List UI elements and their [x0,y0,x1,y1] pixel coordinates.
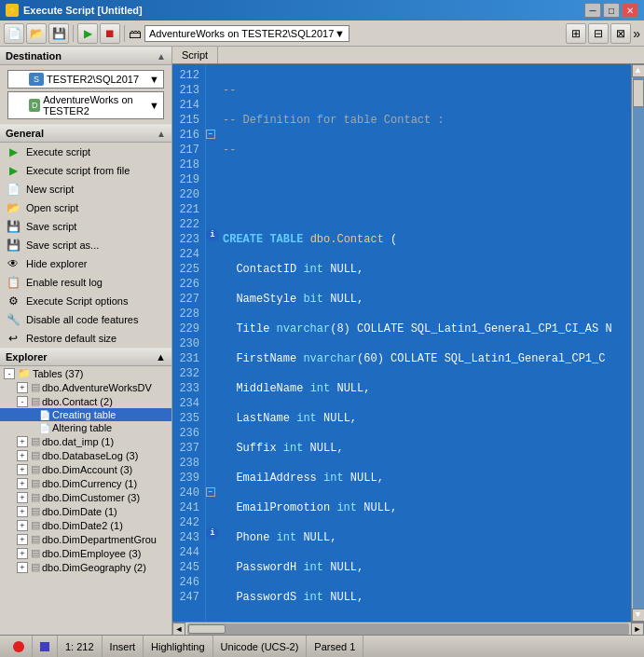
db-selector-dropdown[interactable]: AdventureWorks on TESTER2\SQL2017 ▼ [144,25,349,42]
expand-icon-2[interactable]: − [206,487,215,497]
scroll-track[interactable] [633,77,644,609]
save-button[interactable]: 💾 [48,23,69,44]
script-tab[interactable]: Script [172,47,218,63]
tree-item-dimcurrency[interactable]: + ▤ dbo.DimCurrency (1) [0,476,171,490]
close-button[interactable]: ✕ [622,3,638,18]
tree-item-dimemployee[interactable]: + ▤ dbo.DimEmployee (3) [0,546,171,560]
execute-from-file-item[interactable]: ▶ Execute script from file [0,161,171,180]
scroll-right-button[interactable]: ► [631,623,644,636]
scroll-down-button[interactable]: ▼ [632,609,645,622]
dimdate2-expand[interactable]: + [17,520,28,531]
table-icon-dimcurrency: ▤ [31,477,40,489]
hide-explorer-item[interactable]: 👁 Hide explorer [0,254,171,273]
open-button[interactable]: 📂 [26,23,47,44]
save-script-as-item[interactable]: 💾 Save script as... [0,236,171,254]
separator-1 [73,25,74,42]
line-226: EmailPromotion int NULL, [223,500,625,515]
enable-result-log-item[interactable]: 📋 Enable result log [0,273,171,292]
line-225: EmailAddress int NULL, [223,471,625,486]
code-content[interactable]: -- -- Definition for table Contact : -- … [206,64,631,622]
tree-item-dimdept[interactable]: + ▤ dbo.DimDepartmentGrou [0,532,171,546]
dimaccount-expand[interactable]: + [17,464,28,475]
status-record-button[interactable] [6,636,33,657]
save-script-item[interactable]: 💾 Save script [0,217,171,236]
tree-item-creating-table[interactable]: 📄 Creating table [0,408,171,421]
aw-expand[interactable]: + [17,382,28,393]
line-212: -- [223,83,625,98]
open-script-item[interactable]: 📂 Open script [0,198,171,217]
execute-button[interactable]: ▶ [77,23,98,44]
minimize-button[interactable]: ─ [584,3,601,18]
server-dropdown[interactable]: S TESTER2\SQL2017 ▼ [7,70,164,89]
tree-item-dimgeo[interactable]: + ▤ dbo.DimGeography (2) [0,560,171,574]
scroll-up-button[interactable]: ▲ [632,64,645,77]
encoding-value: Unicode (UCS-2) [221,641,299,652]
save-script-label: Save script [26,221,76,232]
server-value: TESTER2\SQL2017 [47,74,139,85]
tree-item-dimdate2[interactable]: + ▤ dbo.DimDate2 (1) [0,518,171,532]
tree-item-dimcustomer[interactable]: + ▤ dbo.DimCustomer (3) [0,490,171,504]
destination-collapse[interactable]: ▲ [157,51,166,62]
tree-item-altering-table[interactable]: 📄 Altering table [0,421,171,434]
execute-script-item[interactable]: ▶ Execute script [0,143,171,161]
scroll-track-h[interactable] [187,623,629,635]
line-216 [223,202,625,217]
dimcurrency-expand[interactable]: + [17,478,28,489]
tables-label: Tables (37) [33,368,83,379]
dimcustomer-expand[interactable]: + [17,492,28,503]
separator-2 [124,25,125,42]
dimgeo-expand[interactable]: + [17,562,28,573]
hide-explorer-icon: 👁 [6,257,21,270]
stop-button[interactable]: ⏹ [100,23,120,44]
tree-item-dimdate[interactable]: + ▤ dbo.DimDate (1) [0,504,171,518]
tree-item-dimaccount[interactable]: + ▤ dbo.DimAccount (3) [0,462,171,476]
disable-code-features-label: Disable all code features [26,314,138,325]
more-button[interactable]: » [633,26,640,41]
options-button[interactable]: ⊠ [610,23,631,44]
code-area[interactable]: 212 213 214 215 216 217 218 219 220 221 … [172,64,644,622]
new-button[interactable]: 📄 [4,23,24,44]
open-script-icon: 📂 [6,201,21,214]
aw-label: dbo.AdventureWorksDV [42,382,152,393]
expand-icon-1[interactable]: − [206,130,215,139]
dblog-expand[interactable]: + [17,450,28,461]
line-223: LastName int NULL, [223,411,625,426]
database-dropdown[interactable]: D AdventureWorks on TESTER2 ▼ [7,91,164,119]
dimdept-expand[interactable]: + [17,534,28,545]
table-icon-dat-imp: ▤ [31,435,40,447]
maximize-button[interactable]: □ [603,3,620,18]
general-collapse[interactable]: ▲ [157,129,166,139]
tables-group[interactable]: - 📁 Tables (37) [0,366,171,380]
status-stop-button[interactable] [33,636,58,657]
restore-default-item[interactable]: ↩ Restore default size [0,329,171,348]
tree-item-contact[interactable]: - ▤ dbo.Contact (2) [0,394,171,408]
execute-options-label: Execute Script options [26,295,128,307]
scroll-thumb[interactable] [633,79,644,107]
grid-view-button[interactable]: ⊞ [566,23,586,44]
contact-expand[interactable]: - [17,396,28,407]
new-script-item[interactable]: 📄 New script [0,180,171,198]
explorer-collapse[interactable]: ▲ [156,351,166,363]
status-highlighting: Highlighting [144,636,212,657]
scroll-left-button[interactable]: ◄ [172,623,185,636]
dimdate-expand[interactable]: + [17,506,28,517]
record-icon [13,641,24,652]
execute-file-icon: ▶ [6,164,21,177]
restore-default-label: Restore default size [26,333,116,344]
dimemployee-expand[interactable]: + [17,548,28,559]
scroll-thumb-h[interactable] [188,624,226,634]
status-encoding: Unicode (UCS-2) [213,636,308,657]
tables-expand-icon[interactable]: - [4,368,15,379]
dat-imp-expand[interactable]: + [17,436,28,447]
line-219: NameStyle bit NULL, [223,292,625,307]
contact-label: dbo.Contact (2) [42,396,113,407]
disable-code-features-item[interactable]: 🔧 Disable all code features [0,310,171,329]
tree-item-adventureworks[interactable]: + ▤ dbo.AdventureWorksDV [0,380,171,394]
tree-item-dat-imp[interactable]: + ▤ dbo.dat_imp (1) [0,434,171,448]
layout-button[interactable]: ⊟ [588,23,609,44]
horizontal-scrollbar[interactable]: ◄ ► [172,622,644,635]
toolbar: 📄 📂 💾 ▶ ⏹ 🗃 AdventureWorks on TESTER2\SQ… [0,21,644,47]
vertical-scrollbar[interactable]: ▲ ▼ [631,64,644,622]
tree-item-dblog[interactable]: + ▤ dbo.DatabaseLog (3) [0,448,171,462]
execute-options-item[interactable]: ⚙ Execute Script options [0,292,171,310]
